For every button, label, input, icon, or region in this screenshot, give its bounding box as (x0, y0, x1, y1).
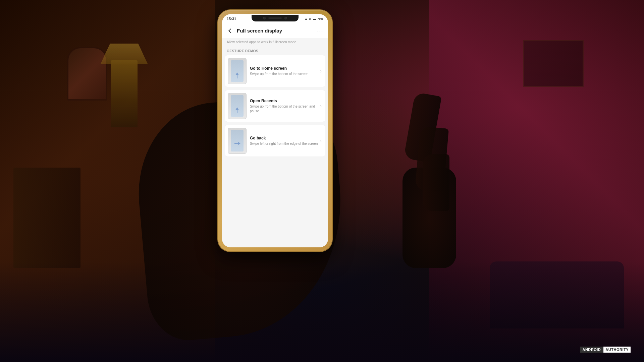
gesture-title-recents: Open Recents (250, 99, 318, 103)
thumb-inner-back (231, 130, 244, 152)
gesture-text-recents: Open Recents Swipe up from the bottom of… (250, 99, 318, 114)
thumb-arrow-back (234, 141, 240, 145)
gesture-desc-recents: Swipe up from the bottom of the screen a… (250, 104, 318, 114)
arrow-up-icon-recents (235, 107, 239, 110)
wifi-icon: ▲ (305, 17, 308, 20)
gesture-text-back: Go back Swipe left or right from the edg… (250, 136, 318, 146)
status-icons: ▲ ⊠ ▬ 70% (305, 17, 323, 20)
gesture-item-back[interactable]: Go back Swipe left or right from the edg… (225, 125, 325, 157)
more-icon: ⋯ (317, 27, 323, 35)
status-time: 15:31 (227, 17, 236, 21)
battery-icon: ▬ (313, 17, 316, 20)
section-label: GESTURE DEMOS (227, 49, 258, 53)
chevron-icon-home: › (320, 68, 322, 74)
phone: 15:31 ▲ ⊠ ▬ 70% Full screen display (218, 10, 332, 251)
gesture-thumb-back (228, 128, 247, 154)
chevron-icon-recents: › (320, 103, 322, 109)
thumb-arrow-recents (235, 107, 239, 114)
arrow-line (237, 75, 237, 78)
thumb-arrow-home (235, 72, 239, 79)
camera-right (284, 17, 287, 19)
watermark-authority-text: AUTHORITY (603, 347, 631, 353)
arrow-line-recents (237, 110, 237, 113)
gesture-item-home[interactable]: Go to Home screen Swipe up from the bott… (225, 55, 325, 87)
arrow-up-icon (235, 72, 239, 75)
bg-picture (523, 40, 584, 87)
gesture-text-home: Go to Home screen Swipe up from the bott… (250, 66, 318, 76)
watermark-android-text: ANDROID (580, 347, 603, 353)
phone-speaker (268, 17, 282, 19)
gesture-desc-back: Swipe left or right from the edge of the… (250, 141, 318, 146)
gesture-thumb-home (228, 58, 247, 84)
arrow-right-icon (238, 142, 240, 145)
bg-couch (490, 261, 624, 328)
bg-window (67, 47, 107, 101)
gesture-desc-home: Swipe up from the bottom of the screen (250, 72, 318, 76)
gesture-item-recents[interactable]: Open Recents Swipe up from the bottom of… (225, 90, 325, 122)
gesture-list: Go to Home screen Swipe up from the bott… (222, 55, 328, 157)
battery-percent: 70% (317, 17, 323, 20)
bg-lamp (111, 60, 138, 127)
back-arrow-icon (228, 28, 233, 33)
header-bar: Full screen display ⋯ (222, 23, 328, 38)
screen-content: Full screen display ⋯ Allow selected app… (222, 23, 328, 247)
bg-shelf (13, 168, 80, 268)
more-button[interactable]: ⋯ (316, 27, 324, 35)
camera-left (263, 17, 266, 19)
arrow-line-back (234, 143, 238, 144)
section-header: GESTURE DEMOS (222, 46, 328, 55)
subtitle-text: Allow selected apps to work in fullscree… (227, 40, 296, 44)
signal-icon: ⊠ (309, 17, 312, 20)
phone-notch (252, 15, 299, 21)
gesture-title-back: Go back (250, 136, 318, 140)
gesture-thumb-recents (228, 93, 247, 119)
chevron-icon-back: › (320, 138, 322, 143)
page-title: Full screen display (237, 28, 316, 34)
gesture-title-home: Go to Home screen (250, 66, 318, 71)
watermark: ANDROID AUTHORITY (580, 347, 631, 353)
phone-body: 15:31 ▲ ⊠ ▬ 70% Full screen display (218, 10, 332, 251)
finger-3 (423, 154, 449, 211)
screen-subtitle: Allow selected apps to work in fullscree… (222, 38, 328, 46)
back-button[interactable] (226, 27, 234, 35)
phone-screen: 15:31 ▲ ⊠ ▬ 70% Full screen display (222, 14, 328, 247)
